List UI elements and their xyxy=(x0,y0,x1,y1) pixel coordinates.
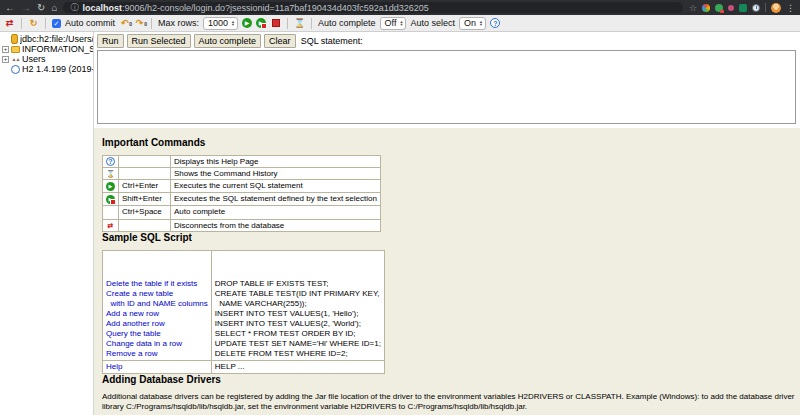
sample-sql-link[interactable]: Change data in a row xyxy=(106,339,208,349)
sample-sql-line: SELECT * FROM TEST ORDER BY ID; xyxy=(215,329,381,339)
database-tree: jdbc:h2:file:/Users/seunmatt/Doc + INFOR… xyxy=(0,32,94,415)
bookmark-star-icon[interactable]: ☆ xyxy=(689,3,697,13)
disconnect-icon[interactable]: ⇄ xyxy=(4,18,15,29)
autocommit-checkbox[interactable]: ✓ xyxy=(52,19,61,28)
drivers-paragraph: Additional database drivers can be regis… xyxy=(102,392,797,412)
commit-icon[interactable]: ↶0 xyxy=(119,18,130,29)
help-link[interactable]: Help xyxy=(106,362,208,372)
sample-sql-link[interactable]: Create a new table xyxy=(106,289,208,299)
autoselect-select[interactable]: On▲▼ xyxy=(459,17,486,30)
browser-chrome: ← → ↻ ⌂ ⓘ localhost:9006/h2-console/logi… xyxy=(0,0,800,15)
sample-sql-link[interactable]: Add another row xyxy=(106,319,208,329)
sample-sql-line: DELETE FROM TEST WHERE ID=2; xyxy=(215,349,381,359)
help-icon[interactable]: ? xyxy=(490,18,500,28)
command-row: Shift+Enter Executes the SQL statement d… xyxy=(103,193,381,206)
sample-sql-line: NAME VARCHAR(255)); xyxy=(215,299,381,309)
sample-sql-link[interactable]: Add a new row xyxy=(106,309,208,319)
tree-item[interactable]: + Users xyxy=(2,54,93,64)
sample-sql-table: Delete the table if it existsCreate a ne… xyxy=(102,250,385,374)
tree-item-label: INFORMATION_SCHEMA xyxy=(22,44,93,54)
run-selected-icon[interactable]: ▶ xyxy=(256,18,266,28)
command-shortcut: Shift+Enter xyxy=(119,193,171,206)
sample-sql-line: INSERT INTO TEST VALUES(2, 'World'); xyxy=(215,319,381,329)
query-button[interactable]: Run xyxy=(97,34,124,48)
important-commands-table: Displays this Help Page Shows the Comman… xyxy=(102,155,381,232)
sample-sql-link[interactable]: Query the table xyxy=(106,329,208,339)
query-button[interactable]: Auto complete xyxy=(194,34,262,48)
sample-sql-line: UPDATE TEST SET NAME='Hi' WHERE ID=1; xyxy=(215,339,381,349)
sql-statement-label: SQL statement: xyxy=(301,36,363,46)
expand-icon[interactable]: + xyxy=(2,46,9,53)
autocomplete-label: Auto complete xyxy=(318,18,376,28)
divider xyxy=(287,18,288,29)
command-description: Auto complete xyxy=(171,206,381,220)
site-info-icon[interactable]: ⓘ xyxy=(70,2,78,13)
address-bar[interactable]: ⓘ localhost:9006/h2-console/login.do?jse… xyxy=(63,2,682,13)
command-description: Shows the Command History xyxy=(171,168,381,180)
important-commands-title: Important Commands xyxy=(102,137,800,148)
command-shortcut xyxy=(119,156,171,168)
command-icon xyxy=(106,182,115,191)
extension-icon[interactable] xyxy=(715,4,723,12)
divider xyxy=(765,3,766,12)
sample-sql-line: INSERT INTO TEST VALUES(1, 'Hello'); xyxy=(215,309,381,319)
command-description: Disconnects from the database xyxy=(171,220,381,232)
command-shortcut: Ctrl+Enter xyxy=(119,180,171,193)
command-icon xyxy=(106,221,115,230)
sample-sql-cell: DROP TABLE IF EXISTS TEST;CREATE TABLE T… xyxy=(211,251,384,361)
divider xyxy=(151,18,152,29)
command-description: Executes the current SQL statement xyxy=(171,180,381,193)
rollback-icon[interactable]: ↷0 xyxy=(134,18,145,29)
browser-menu-icon[interactable]: ⋮ xyxy=(786,3,795,13)
cancel-icon[interactable] xyxy=(272,19,280,27)
home-icon[interactable]: ⌂ xyxy=(51,3,57,13)
autocomplete-select[interactable]: Off▲▼ xyxy=(380,17,407,30)
extension-icon[interactable] xyxy=(702,4,710,12)
command-shortcut: Ctrl+Space xyxy=(119,206,171,220)
divider xyxy=(45,18,46,29)
tree-item-icon xyxy=(11,55,20,64)
command-row: Ctrl+Enter Executes the current SQL stat… xyxy=(103,180,381,193)
tree-item-icon xyxy=(11,34,18,44)
query-frame: RunRun SelectedAuto completeClear SQL st… xyxy=(94,32,800,128)
extension-icon[interactable] xyxy=(752,4,760,12)
query-button[interactable]: Clear xyxy=(264,34,296,48)
history-icon[interactable]: ⌛ xyxy=(294,18,305,29)
run-icon[interactable]: ▶ xyxy=(242,18,252,28)
command-icon xyxy=(106,169,115,178)
command-icon xyxy=(106,195,115,204)
tree-item[interactable]: + INFORMATION_SCHEMA xyxy=(2,44,93,54)
command-description: Executes the SQL statement defined by th… xyxy=(171,193,381,206)
forward-icon[interactable]: → xyxy=(21,3,31,13)
query-button[interactable]: Run Selected xyxy=(127,34,191,48)
tree-item-label: Users xyxy=(22,54,46,64)
extension-icon[interactable] xyxy=(728,5,734,11)
tree-item[interactable]: H2 1.4.199 (2019-03-13) xyxy=(2,64,93,74)
sql-editor[interactable] xyxy=(97,50,796,124)
command-shortcut xyxy=(119,220,171,232)
expand-icon[interactable]: + xyxy=(2,56,9,63)
back-icon[interactable]: ← xyxy=(5,3,15,13)
sample-sql-link[interactable]: Delete the table if it exists xyxy=(106,279,208,289)
tree-item-label: jdbc:h2:file:/Users/seunmatt/Doc xyxy=(20,34,93,44)
tree-item[interactable]: jdbc:h2:file:/Users/seunmatt/Doc xyxy=(2,34,93,44)
refresh-icon[interactable]: ↻ xyxy=(28,18,39,29)
autoselect-label: Auto select xyxy=(410,18,455,28)
sample-sql-link[interactable]: with ID and NAME columns xyxy=(106,299,208,309)
autocommit-label: Auto commit xyxy=(65,18,115,28)
extension-icon[interactable] xyxy=(739,4,747,12)
tree-item-label: H2 1.4.199 (2019-03-13) xyxy=(22,64,93,74)
command-row: Ctrl+Space Auto complete xyxy=(103,206,381,220)
divider xyxy=(21,18,22,29)
reload-icon[interactable]: ↻ xyxy=(37,3,45,13)
tree-item-icon xyxy=(11,46,20,53)
sample-sql-link[interactable]: Remove a row xyxy=(106,349,208,359)
command-icon xyxy=(106,157,115,166)
maxrows-label: Max rows: xyxy=(158,18,199,28)
url-text: localhost:9006/h2-console/login.do?jsess… xyxy=(82,3,428,13)
maxrows-select[interactable]: 1000▲▼ xyxy=(203,17,238,30)
h2-toolbar: ⇄ ↻ ✓ Auto commit ↶0 ↷0 Max rows: 1000▲▼… xyxy=(0,15,800,32)
command-row: Shows the Command History xyxy=(103,168,381,180)
command-icon xyxy=(106,207,115,216)
profile-avatar[interactable] xyxy=(771,3,781,13)
